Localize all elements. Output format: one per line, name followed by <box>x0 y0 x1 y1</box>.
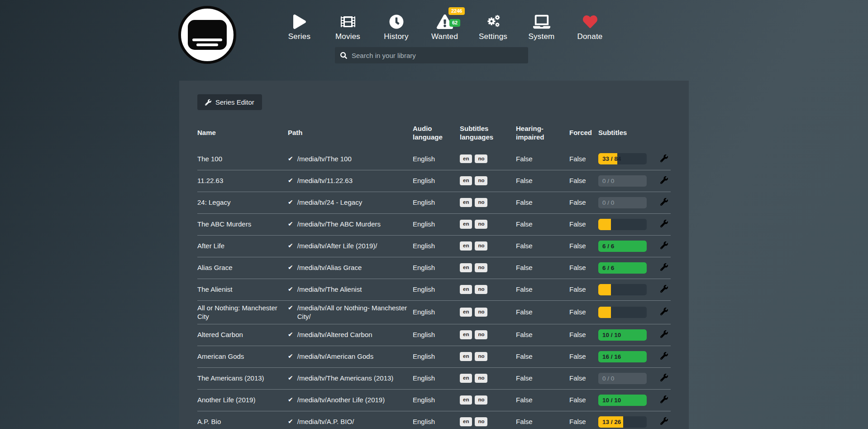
subtitles-languages: enno <box>460 154 516 164</box>
subtitles-languages: enno <box>460 241 516 251</box>
subtitles-languages: enno <box>460 263 516 272</box>
column-header-subtitles-languages: Subtitles languages <box>460 125 516 142</box>
progress-fill <box>598 284 611 295</box>
nav-item-donate[interactable]: Donate <box>566 7 614 41</box>
series-name: All or Nothing: Manchester City <box>197 304 288 321</box>
search-input[interactable] <box>352 52 523 59</box>
forced-value: False <box>569 352 598 361</box>
audio-language: English <box>413 330 460 339</box>
wrench-icon <box>660 198 668 206</box>
subtitles-progress-bar: 0 / 0 <box>598 175 647 187</box>
forced-value: False <box>569 263 598 272</box>
check-icon: ✔ <box>288 330 293 339</box>
bazarr-logo[interactable] <box>177 5 237 65</box>
play-icon <box>291 14 308 29</box>
wrench-icon <box>660 220 668 227</box>
edit-series-button[interactable] <box>658 415 670 428</box>
series-path: /media/tv/After Life (2019)/ <box>297 241 377 251</box>
language-badge: no <box>475 352 487 361</box>
gears-icon <box>485 14 502 29</box>
forced-value: False <box>569 308 598 317</box>
language-badge: no <box>475 220 487 229</box>
series-name: 11.22.63 <box>197 176 288 185</box>
column-header-forced: Forced <box>569 129 598 137</box>
table-row: After Life ✔ /media/tv/After Life (2019)… <box>197 235 671 257</box>
subtitles-progress-bar <box>598 307 647 318</box>
nav-item-label: Donate <box>577 32 602 41</box>
audio-language: English <box>413 395 460 405</box>
subtitles-progress-bar: 0 / 0 <box>598 373 647 384</box>
nav-item-settings[interactable]: Settings <box>469 7 517 41</box>
subtitles-progress-bar: 10 / 10 <box>598 329 647 341</box>
nav-item-history[interactable]: History <box>372 7 420 41</box>
subtitles-languages: enno <box>460 395 516 405</box>
column-header-audio-language: Audio language <box>413 125 460 142</box>
series-name: The Alienist <box>197 285 288 294</box>
edit-series-button[interactable] <box>658 174 670 187</box>
language-badge: en <box>460 330 472 339</box>
edit-series-button[interactable] <box>658 394 670 406</box>
series-name: Alias Grace <box>197 263 288 272</box>
hearing-impaired-value: False <box>516 220 569 229</box>
film-icon <box>339 14 357 29</box>
check-icon: ✔ <box>288 417 293 426</box>
check-icon: ✔ <box>288 198 293 207</box>
table-row: The 100 ✔ /media/tv/The 100 English enno… <box>197 148 671 170</box>
table-header-row: Name Path Audio language Subtitles langu… <box>197 121 671 148</box>
forced-value: False <box>569 176 598 185</box>
nav-item-movies[interactable]: Movies <box>324 7 372 41</box>
main-nav: Series Movies History Wanted 224662 Sett… <box>275 7 614 41</box>
language-badge: en <box>460 241 472 251</box>
edit-series-button[interactable] <box>658 153 670 165</box>
language-badge: no <box>475 198 487 207</box>
language-badge: en <box>460 308 472 317</box>
wrench-icon <box>660 308 668 315</box>
subtitles-languages: enno <box>460 308 516 317</box>
forced-value: False <box>569 198 598 207</box>
nav-item-wanted[interactable]: Wanted 224662 <box>420 7 469 41</box>
forced-value: False <box>569 241 598 251</box>
edit-series-button[interactable] <box>658 196 670 209</box>
edit-series-button[interactable] <box>658 240 670 252</box>
hearing-impaired-value: False <box>516 263 569 272</box>
check-icon: ✔ <box>288 352 293 361</box>
series-name: A.P. Bio <box>197 417 288 426</box>
hearing-impaired-value: False <box>516 352 569 361</box>
edit-series-button[interactable] <box>658 283 670 296</box>
wrench-icon <box>660 176 668 184</box>
progress-label: 0 / 0 <box>602 197 614 208</box>
check-icon: ✔ <box>288 285 293 294</box>
edit-series-button[interactable] <box>658 328 670 341</box>
hearing-impaired-value: False <box>516 285 569 294</box>
edit-series-button[interactable] <box>658 261 670 274</box>
language-badge: no <box>475 330 487 339</box>
subtitles-languages: enno <box>460 330 516 339</box>
language-badge: en <box>460 285 472 294</box>
progress-label: 16 / 16 <box>602 351 621 362</box>
language-badge: en <box>460 220 472 229</box>
language-badge: en <box>460 417 472 426</box>
check-icon: ✔ <box>288 154 293 164</box>
nav-item-series[interactable]: Series <box>275 7 324 41</box>
progress-fill <box>598 307 611 318</box>
language-badge: no <box>475 263 487 272</box>
subtitles-progress-bar: 10 / 10 <box>598 395 647 406</box>
edit-series-button[interactable] <box>658 306 670 318</box>
edit-series-button[interactable] <box>658 372 670 385</box>
subtitles-progress-bar <box>598 284 647 295</box>
series-editor-button[interactable]: Series Editor <box>197 94 262 110</box>
edit-series-button[interactable] <box>658 218 670 231</box>
library-search[interactable] <box>335 47 528 63</box>
progress-label: 10 / 10 <box>602 329 621 341</box>
series-editor-label: Series Editor <box>215 98 254 106</box>
subtitles-languages: enno <box>460 374 516 383</box>
language-badge: no <box>475 154 487 164</box>
check-icon: ✔ <box>288 220 293 229</box>
column-header-hearing-impaired: Hearing-impaired <box>516 125 569 142</box>
table-row: A.P. Bio ✔ /media/tv/A.P. BIO/ English e… <box>197 411 671 429</box>
language-badge: en <box>460 352 472 361</box>
edit-series-button[interactable] <box>658 350 670 363</box>
nav-item-system[interactable]: System <box>517 7 566 41</box>
wanted-count-badge: 62 <box>449 19 460 27</box>
language-badge: no <box>475 374 487 383</box>
